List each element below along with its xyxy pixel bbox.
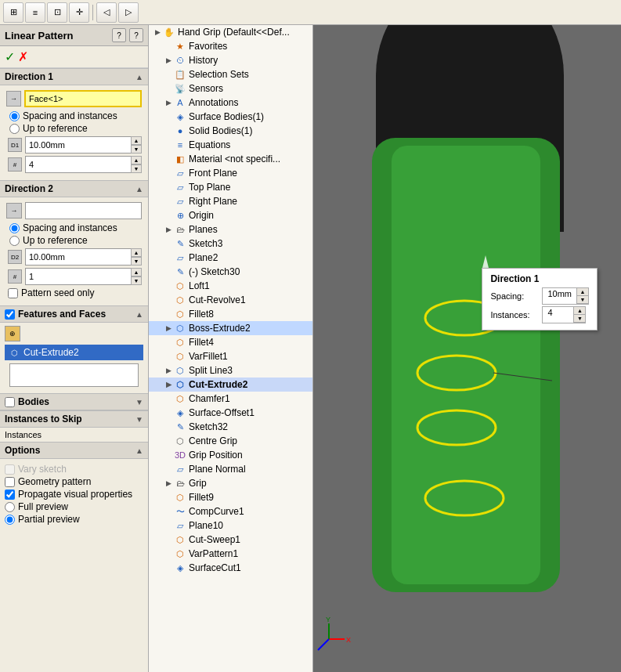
tree-expand-icon[interactable]: ▶ — [163, 55, 174, 66]
tree-expand-icon[interactable] — [163, 182, 174, 193]
tree-item[interactable]: ≡Equations — [149, 138, 312, 152]
tree-expand-icon[interactable] — [163, 506, 174, 517]
toolbar-btn-list[interactable]: ≡ — [25, 2, 45, 23]
tree-item[interactable]: ✎Sketch32 — [149, 420, 312, 434]
direction1-face-input[interactable] — [24, 90, 142, 107]
partial-preview-radio[interactable] — [5, 515, 15, 525]
tree-item[interactable]: ⬡Chamfer1 — [149, 392, 312, 406]
tree-expand-icon[interactable] — [163, 520, 174, 531]
tree-expand-icon[interactable] — [163, 111, 174, 122]
geometry-pattern-checkbox[interactable] — [5, 477, 15, 487]
instances-up[interactable]: ▲ — [131, 156, 142, 164]
tree-item[interactable]: ▶AAnnotations — [149, 96, 312, 110]
tree-item[interactable]: 📡Sensors — [149, 81, 312, 96]
tree-item[interactable]: ★Favorites — [149, 39, 312, 53]
spacing-value[interactable]: 10.00mm — [25, 136, 131, 154]
tree-expand-icon[interactable] — [163, 309, 174, 320]
instances-value[interactable]: 4 — [25, 156, 131, 173]
cancel-button[interactable]: ✗ — [18, 49, 28, 64]
tree-expand-icon[interactable] — [163, 562, 174, 573]
dir2-instances-up[interactable]: ▲ — [131, 268, 142, 276]
tree-item[interactable]: ▱Front Plane — [149, 166, 312, 180]
tree-expand-icon[interactable] — [163, 252, 174, 263]
tree-expand-icon[interactable] — [163, 337, 174, 348]
help-btn-1[interactable]: ? — [112, 28, 126, 42]
tree-expand-icon[interactable] — [163, 238, 174, 249]
tree-expand-icon[interactable] — [163, 168, 174, 179]
tree-item[interactable]: ⬡Fillet8 — [149, 307, 312, 321]
tree-expand-icon[interactable] — [163, 280, 174, 291]
tree-expand-icon[interactable]: ▶ — [163, 365, 174, 376]
dir2-instances-value[interactable]: 1 — [25, 268, 131, 285]
dir2-up-to-reference-radio[interactable] — [9, 236, 20, 246]
features-add-icon[interactable]: ⊕ — [5, 326, 20, 341]
spacing-instances-radio[interactable] — [9, 111, 20, 121]
tree-item[interactable]: ▶🗁Grip — [149, 476, 312, 490]
tree-expand-icon[interactable] — [163, 41, 174, 52]
tree-item[interactable]: ▶⏲History — [149, 53, 312, 67]
tree-item[interactable]: ●Solid Bodies(1) — [149, 124, 312, 138]
tree-item[interactable]: ⬡VarPattern1 — [149, 547, 312, 561]
tree-item[interactable]: ▶✋Hand Grip (Default<<Def... — [149, 25, 312, 39]
tree-expand-icon[interactable] — [163, 125, 174, 136]
tree-expand-icon[interactable]: ▶ — [163, 323, 174, 334]
tooltip-instances-up[interactable]: ▲ — [574, 307, 585, 315]
tree-item[interactable]: ▶🗁Planes — [149, 222, 312, 237]
propagate-visual-checkbox[interactable] — [5, 490, 15, 500]
tree-item[interactable]: ◈SurfaceCut1 — [149, 561, 312, 575]
toolbar-btn-box[interactable]: ⊡ — [47, 2, 67, 23]
toolbar-btn-prev[interactable]: ◁ — [96, 2, 117, 23]
tree-item[interactable]: ⬡Centre Grip — [149, 434, 312, 448]
tree-expand-icon[interactable] — [163, 83, 174, 94]
bodies-header[interactable]: Bodies ▼ — [0, 393, 148, 410]
tree-expand-icon[interactable] — [163, 196, 174, 207]
toolbar-btn-cross[interactable]: ✛ — [69, 2, 89, 23]
tree-expand-icon[interactable] — [163, 210, 174, 221]
dir2-spacing-value[interactable]: 10.00mm — [25, 248, 131, 266]
tree-item[interactable]: ▱Right Plane — [149, 194, 312, 208]
spacing-down[interactable]: ▼ — [131, 145, 142, 154]
feature-cut-extrude2[interactable]: ⬡ Cut-Extrude2 — [5, 345, 143, 360]
direction2-header[interactable]: Direction 2 ▲ — [0, 180, 148, 197]
tree-item[interactable]: ⬡Loft1 — [149, 279, 312, 293]
tree-expand-icon[interactable] — [163, 464, 174, 475]
dir2-spacing-up[interactable]: ▲ — [131, 248, 142, 257]
tree-item[interactable]: ▱Plane2 — [149, 251, 312, 265]
tree-expand-icon[interactable] — [163, 421, 174, 432]
toolbar-btn-next[interactable]: ▷ — [118, 2, 139, 23]
tree-expand-icon[interactable]: ▶ — [163, 224, 174, 235]
tree-expand-icon[interactable] — [163, 492, 174, 503]
tree-item[interactable]: ✎(-) Sketch30 — [149, 265, 312, 279]
instances-down[interactable]: ▼ — [131, 164, 142, 173]
direction2-icon[interactable]: → — [6, 203, 22, 219]
tree-expand-icon[interactable] — [163, 139, 174, 150]
tree-item[interactable]: 〜CompCurve1 — [149, 504, 312, 518]
tree-item[interactable]: ▱Top Plane — [149, 180, 312, 194]
tree-expand-icon[interactable] — [163, 407, 174, 418]
dir2-instances-down[interactable]: ▼ — [131, 276, 142, 285]
tree-expand-icon[interactable] — [163, 435, 174, 446]
tree-item[interactable]: ⬡Cut-Sweep1 — [149, 533, 312, 547]
tree-item[interactable]: ◈Surface Bodies(1) — [149, 110, 312, 124]
direction1-header[interactable]: Direction 1 ▲ — [0, 68, 148, 85]
tree-item[interactable]: ⬡VarFillet1 — [149, 349, 312, 363]
tooltip-spacing-spin[interactable]: 10mm ▲ ▼ — [542, 287, 589, 305]
features-faces-checkbox[interactable] — [5, 309, 15, 320]
help-btn-2[interactable]: ? — [129, 28, 143, 42]
tree-item[interactable]: ▶⬡Boss-Extrude2 — [149, 321, 312, 335]
dir2-spacing-instances-radio[interactable] — [9, 223, 20, 233]
tree-expand-icon[interactable]: ▶ — [163, 478, 174, 489]
tree-item[interactable]: ▶⬡Cut-Extrude2 — [149, 378, 312, 392]
dir2-spacing-down[interactable]: ▼ — [131, 257, 142, 266]
tree-item[interactable]: 📋Selection Sets — [149, 67, 312, 81]
3d-viewport[interactable]: X Y Z Direction 1 Spacing: 10mm ▲ ▼ Inst… — [313, 25, 621, 672]
tree-expand-icon[interactable]: ▶ — [152, 27, 163, 38]
tree-expand-icon[interactable] — [163, 266, 174, 277]
tree-item[interactable]: ▱Plane10 — [149, 518, 312, 533]
tree-expand-icon[interactable] — [163, 69, 174, 80]
tree-item[interactable]: ◧Material <not specifi... — [149, 152, 312, 166]
tooltip-spacing-down[interactable]: ▼ — [577, 296, 588, 304]
tree-item[interactable]: ⬡Fillet9 — [149, 490, 312, 504]
tree-expand-icon[interactable] — [163, 534, 174, 545]
tree-expand-icon[interactable] — [163, 294, 174, 305]
